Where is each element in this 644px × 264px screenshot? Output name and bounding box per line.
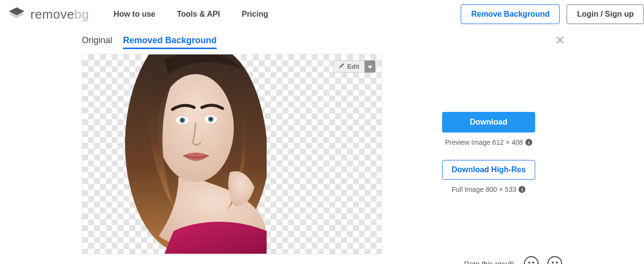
edit-button-group: Edit xyxy=(333,60,375,73)
svg-point-7 xyxy=(181,119,183,121)
nav-pricing[interactable]: Pricing xyxy=(242,10,268,19)
rate-happy-button[interactable] xyxy=(524,256,539,264)
preview-size-info: Preview Image 612 × 408 i xyxy=(445,138,532,146)
logo-icon xyxy=(8,7,25,21)
nav-how-to-use[interactable]: How to use xyxy=(114,10,155,19)
right-column: Download Preview Image 612 × 408 i Downl… xyxy=(415,31,562,264)
tab-removed-background[interactable]: Removed Background xyxy=(123,35,217,49)
nav-tools-api[interactable]: Tools & API xyxy=(177,10,220,19)
result-tabs: Original Removed Background xyxy=(82,31,415,54)
info-icon[interactable]: i xyxy=(525,139,532,146)
result-panel: ✕ Original Removed Background xyxy=(82,28,562,264)
person-cutout xyxy=(120,54,267,254)
full-size-info: Full Image 800 × 533 i xyxy=(452,185,526,193)
edit-label: Edit xyxy=(347,63,359,70)
preview-size-text: Preview Image 612 × 408 xyxy=(445,138,523,146)
logo[interactable]: removebg xyxy=(8,7,89,22)
left-column: Original Removed Background xyxy=(82,31,415,264)
main-nav: How to use Tools & API Pricing xyxy=(114,10,269,19)
remove-background-button[interactable]: Remove Background xyxy=(461,4,560,24)
login-signup-button[interactable]: Login / Sign up xyxy=(567,4,644,24)
chevron-down-icon xyxy=(368,63,372,70)
tab-original[interactable]: Original xyxy=(82,35,112,49)
rate-sad-button[interactable] xyxy=(547,256,562,264)
download-button[interactable]: Download xyxy=(442,112,535,132)
pencil-icon xyxy=(339,63,345,70)
result-canvas: Edit xyxy=(82,54,382,254)
close-icon[interactable]: ✕ xyxy=(555,34,565,46)
header: removebg How to use Tools & API Pricing … xyxy=(0,0,644,28)
svg-point-8 xyxy=(210,118,212,120)
edit-dropdown-button[interactable] xyxy=(365,60,375,73)
info-icon[interactable]: i xyxy=(519,186,525,193)
rate-row: Rate this result: xyxy=(464,256,562,264)
download-hires-button[interactable]: Download High-Res xyxy=(442,160,535,180)
edit-button[interactable]: Edit xyxy=(333,60,365,73)
logo-text: removebg xyxy=(30,7,89,22)
full-size-text: Full Image 800 × 533 xyxy=(452,185,517,193)
rate-label: Rate this result: xyxy=(464,260,515,264)
header-actions: Remove Background Login / Sign up xyxy=(461,4,644,24)
